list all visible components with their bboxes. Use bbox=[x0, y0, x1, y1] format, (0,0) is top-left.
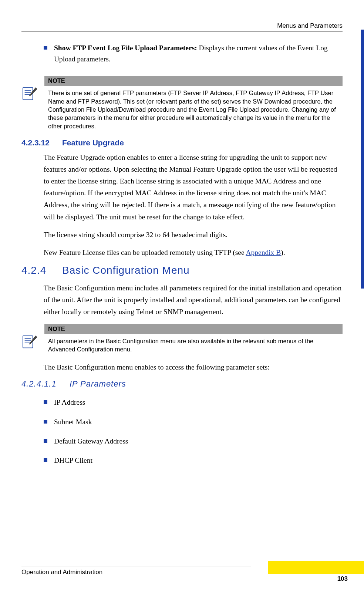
heading-basic-config: 4.2.4 Basic Configuration Menu bbox=[21, 264, 343, 276]
bullet-text: Show FTP Event Log File Upload Parameter… bbox=[54, 43, 343, 65]
note-label: NOTE bbox=[44, 324, 343, 334]
bullet-icon bbox=[44, 46, 47, 50]
paragraph: New Feature License files can be uploade… bbox=[44, 247, 343, 259]
header-rule bbox=[21, 31, 343, 31]
note-text: There is one set of general FTP paramete… bbox=[44, 86, 343, 131]
bullet-text: DHCP Client bbox=[54, 455, 343, 466]
heading-text: Feature Upgrade bbox=[62, 138, 124, 147]
list-item: Subnet Mask bbox=[44, 417, 343, 428]
note-text: All parameters in the Basic Configuratio… bbox=[44, 334, 343, 355]
paragraph: The Feature Upgrade option enables to en… bbox=[44, 152, 343, 223]
heading-number: 4.2.3.12 bbox=[21, 138, 62, 147]
bullet-icon bbox=[44, 458, 47, 462]
side-tab bbox=[361, 30, 364, 289]
heading-number: 4.2.4.1.1 bbox=[21, 379, 70, 389]
footer: Operation and Administration bbox=[21, 566, 343, 576]
bullet-icon bbox=[44, 420, 47, 424]
bullet-icon bbox=[44, 400, 47, 404]
note-icon bbox=[21, 334, 40, 352]
bullet-lead: Show FTP Event Log File Upload Parameter… bbox=[54, 44, 197, 52]
list-item: Default Gateway Address bbox=[44, 436, 343, 447]
bullet-text: Default Gateway Address bbox=[54, 436, 343, 447]
paragraph: The Basic Configuration menu includes al… bbox=[44, 282, 343, 318]
list-item: Show FTP Event Log File Upload Parameter… bbox=[44, 43, 343, 65]
bullet-icon bbox=[44, 439, 47, 443]
heading-text: Basic Configuration Menu bbox=[62, 264, 190, 276]
note-icon bbox=[21, 85, 40, 104]
heading-feature-upgrade: 4.2.3.12 Feature Upgrade bbox=[21, 138, 343, 147]
page-number: 103 bbox=[337, 575, 348, 583]
appendix-link[interactable]: Appendix B bbox=[246, 249, 281, 256]
note-label: NOTE bbox=[44, 76, 343, 86]
list-item: DHCP Client bbox=[44, 455, 343, 466]
text-span: New Feature License files can be uploade… bbox=[44, 249, 246, 256]
footer-rule bbox=[21, 566, 251, 566]
bullet-text: IP Address bbox=[54, 397, 343, 408]
paragraph: The Basic Configuration menu enables to … bbox=[44, 361, 343, 373]
bullet-text: Subnet Mask bbox=[54, 417, 343, 428]
running-header: Menus and Parameters bbox=[21, 22, 343, 30]
note-block: NOTE There is one set of general FTP par… bbox=[21, 76, 343, 131]
heading-text: IP Parameters bbox=[70, 379, 126, 389]
footer-text: Operation and Administration bbox=[21, 569, 343, 576]
heading-number: 4.2.4 bbox=[21, 264, 62, 276]
note-block: NOTE All parameters in the Basic Configu… bbox=[21, 324, 343, 355]
text-span: ). bbox=[281, 249, 285, 256]
paragraph: The license string should comprise 32 to… bbox=[44, 229, 343, 241]
list-item: IP Address bbox=[44, 397, 343, 408]
heading-ip-parameters: 4.2.4.1.1 IP Parameters bbox=[21, 379, 343, 389]
